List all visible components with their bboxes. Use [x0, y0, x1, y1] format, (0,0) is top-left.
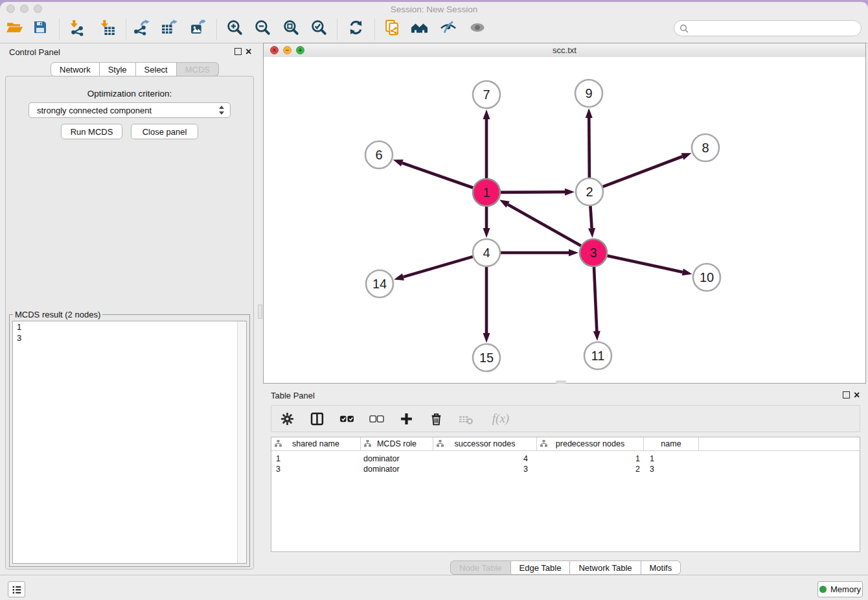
cell-predecessor-nodes: 1: [537, 454, 644, 465]
graph-edge-4-14[interactable]: [403, 257, 472, 277]
column-header-name[interactable]: name: [644, 437, 699, 450]
graph-edge-3-1[interactable]: [508, 205, 581, 246]
add-column-icon[interactable]: [398, 411, 414, 426]
tab-mcds[interactable]: MCDS: [177, 62, 219, 76]
table-panel-float-icon[interactable]: [843, 391, 850, 398]
tab-select[interactable]: Select: [136, 62, 177, 76]
memory-status-dot: [819, 586, 827, 593]
split-columns-icon[interactable]: [309, 411, 325, 426]
window-titlebar: Session: New Session: [0, 2, 868, 16]
control-panel-close-icon[interactable]: ×: [246, 48, 251, 55]
hide-panel-eye-icon[interactable]: [439, 18, 457, 36]
graph-edge-arrow: [588, 228, 595, 238]
optimization-criterion-label: Optimization criterion:: [0, 89, 259, 98]
graph-edge-3-10[interactable]: [607, 256, 682, 272]
graph-edge-2-3[interactable]: [590, 206, 591, 228]
clone-network-icon[interactable]: [383, 18, 401, 36]
network-canvas[interactable]: 7968124314101511: [264, 57, 865, 383]
zoom-selected-icon[interactable]: [310, 18, 328, 36]
open-session-icon[interactable]: [5, 18, 23, 36]
refresh-icon[interactable]: [347, 18, 365, 36]
split-divider-grip[interactable]: [258, 305, 262, 319]
delete-column-trash-icon[interactable]: [428, 411, 444, 426]
tab-network-table[interactable]: Network Table: [570, 560, 641, 575]
tab-edge-table[interactable]: Edge Table: [511, 560, 571, 575]
graph-node-label: 2: [586, 185, 593, 199]
graph-node-label: 8: [702, 141, 709, 155]
automation-panel-button[interactable]: [8, 581, 25, 597]
cell-mcds-role: dominator: [361, 454, 433, 465]
graph-edge-3-11[interactable]: [594, 267, 597, 331]
table-row[interactable]: 1 dominator 4 1 1: [271, 454, 860, 465]
cell-mcds-role: dominator: [361, 465, 433, 475]
select-all-columns-icon[interactable]: [339, 411, 354, 426]
control-panel-tabs: Network Style Select MCDS: [51, 62, 219, 76]
graph-edge-1-2[interactable]: [501, 192, 565, 192]
search-input[interactable]: [692, 23, 856, 34]
gear-icon[interactable]: [279, 411, 295, 426]
show-panel-eye-icon: [468, 18, 486, 36]
export-network-icon[interactable]: [132, 18, 150, 36]
export-table-icon[interactable]: [160, 18, 178, 36]
column-label: shared name: [292, 439, 339, 448]
memory-button[interactable]: Memory: [817, 581, 863, 597]
tab-node-table[interactable]: Node Table: [450, 560, 511, 575]
run-mcds-button[interactable]: Run MCDS: [61, 124, 122, 139]
chevron-up-down-icon: [219, 105, 225, 115]
network-window-title: scc.txt: [264, 43, 865, 57]
control-panel-float-icon[interactable]: [234, 48, 242, 55]
toolbar-search[interactable]: [674, 20, 862, 36]
close-panel-button[interactable]: Close panel: [131, 124, 198, 139]
import-table-icon[interactable]: [98, 18, 116, 36]
toolbar-separator: [337, 19, 337, 40]
hierarchy-icon: [540, 440, 547, 447]
column-label: name: [661, 439, 681, 448]
column-header-shared-name[interactable]: shared name: [271, 437, 361, 450]
hierarchy-icon: [437, 440, 444, 447]
graph-node-label: 1: [483, 185, 490, 200]
result-scrollbar[interactable]: [237, 321, 246, 563]
save-session-icon[interactable]: [31, 18, 49, 36]
export-image-icon[interactable]: [188, 18, 207, 36]
cell-shared-name: 1: [271, 454, 361, 465]
hierarchy-icon: [364, 440, 371, 447]
graph-edge-arrow: [586, 108, 593, 118]
mcds-result-line: 1: [13, 321, 246, 332]
home-icon[interactable]: [411, 18, 429, 36]
network-hscrollbar-grip[interactable]: [556, 380, 566, 384]
tab-style[interactable]: Style: [100, 62, 136, 76]
function-builder-icon: f(x): [488, 411, 514, 426]
graph-edge-arrow: [593, 331, 600, 341]
zoom-fit-icon[interactable]: [282, 18, 300, 36]
fx-label: f(x): [492, 411, 509, 426]
column-header-successor-nodes[interactable]: successor nodes: [433, 437, 537, 450]
column-header-mcds-role[interactable]: MCDS role: [361, 437, 433, 450]
status-bar: Memory: [0, 575, 868, 600]
graph-edge-2-8[interactable]: [603, 156, 683, 187]
criterion-dropdown[interactable]: strongly connected component: [29, 102, 231, 118]
network-window-titlebar[interactable]: × − + scc.txt: [264, 43, 865, 58]
graph-edge-2-9[interactable]: [589, 118, 589, 178]
table-panel-tabs: Node Table Edge Table Network Table Moti…: [450, 560, 681, 575]
column-header-predecessor-nodes[interactable]: predecessor nodes: [537, 437, 644, 450]
network-graph[interactable]: 7968124314101511: [264, 57, 865, 383]
zoom-out-icon[interactable]: [253, 18, 271, 36]
graph-node-label: 14: [372, 277, 387, 291]
main-toolbar: [0, 16, 868, 43]
deselect-all-columns-icon[interactable]: [369, 411, 384, 426]
graph-edge-1-6[interactable]: [402, 163, 473, 188]
tab-network[interactable]: Network: [51, 62, 100, 76]
cell-shared-name: 3: [271, 465, 361, 475]
zoom-in-icon[interactable]: [225, 18, 244, 36]
toolbar-separator: [374, 19, 375, 40]
table-header-row: shared name MCDS role successor nodes pr…: [271, 437, 860, 451]
mcds-result-box[interactable]: 1 3: [12, 321, 247, 564]
table-row[interactable]: 3 dominator 3 2 3: [271, 465, 860, 475]
graph-node-label: 6: [375, 148, 382, 162]
node-table: shared name MCDS role successor nodes pr…: [271, 437, 860, 552]
table-panel-close-icon[interactable]: ×: [854, 391, 860, 398]
import-network-icon[interactable]: [67, 18, 86, 36]
cell-name: 3: [644, 465, 699, 475]
mcds-result-fieldset: MCDS result (2 nodes) 1 3: [9, 314, 250, 567]
tab-motifs[interactable]: Motifs: [641, 560, 681, 575]
